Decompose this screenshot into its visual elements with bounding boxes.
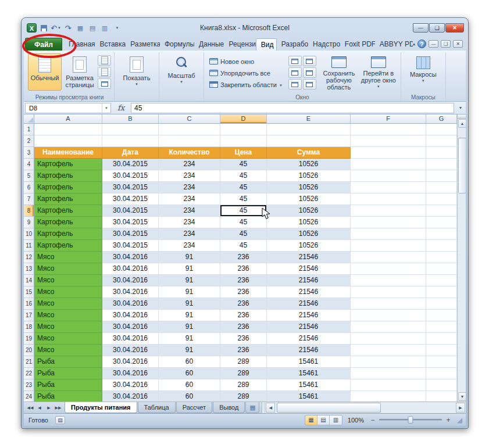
ribbon-tab-view[interactable]: Вид xyxy=(256,38,277,51)
column-header-C[interactable]: C xyxy=(159,114,220,124)
column-header-G[interactable]: G xyxy=(426,114,457,124)
cell-E8[interactable]: 10526 xyxy=(267,205,351,217)
cell-F3[interactable] xyxy=(351,147,426,159)
cell-A5[interactable]: Картофель xyxy=(34,170,102,182)
cell-A1[interactable] xyxy=(34,124,102,135)
cell-A2[interactable] xyxy=(34,135,102,147)
cell-B15[interactable]: 30.04.2016 xyxy=(102,286,159,298)
close-button[interactable]: ✕ xyxy=(445,23,464,33)
cell-A10[interactable]: Картофель xyxy=(34,228,102,240)
next-sheet-button[interactable]: ▶ xyxy=(45,404,53,412)
cell-C2[interactable] xyxy=(159,135,220,147)
cell-F13[interactable] xyxy=(351,263,426,275)
cell-A16[interactable]: Мясо xyxy=(34,298,102,310)
previous-sheet-button[interactable]: ◀ xyxy=(35,404,44,412)
cell-D19[interactable]: 236 xyxy=(220,333,267,345)
cell-E22[interactable]: 15461 xyxy=(267,368,351,379)
row-header-17[interactable]: 17 xyxy=(24,310,34,321)
cell-C24[interactable]: 60 xyxy=(159,391,220,402)
row-header-12[interactable]: 12 xyxy=(24,252,34,263)
row-header-21[interactable]: 21 xyxy=(24,356,34,368)
cell-A6[interactable]: Картофель xyxy=(34,182,102,193)
cell-B14[interactable]: 30.04.2016 xyxy=(102,275,159,286)
switch-windows-button[interactable]: Перейти в другое окно ▼ xyxy=(359,53,398,91)
cell-E5[interactable]: 10526 xyxy=(267,170,351,182)
cell-D12[interactable]: 236 xyxy=(220,252,267,263)
cell-E10[interactable]: 10526 xyxy=(267,228,351,240)
cell-E16[interactable]: 21546 xyxy=(267,298,351,310)
zoom-slider-track[interactable] xyxy=(379,419,442,421)
ribbon-tab-review[interactable]: Рецензи xyxy=(224,38,256,51)
column-header-D[interactable]: D xyxy=(220,114,267,124)
horizontal-scroll-thumb[interactable] xyxy=(277,403,381,413)
sheet-tab-tablitsa[interactable]: Таблица xyxy=(138,402,176,413)
sheet-tab-vyvod[interactable]: Вывод xyxy=(213,402,245,413)
cell-F1[interactable] xyxy=(351,124,426,135)
record-macro-button[interactable]: ▤ xyxy=(55,416,65,424)
cell-G1[interactable] xyxy=(426,124,457,135)
ribbon-tab-developer[interactable]: Разрабо xyxy=(277,38,308,51)
cell-D15[interactable]: 236 xyxy=(220,286,267,298)
cell-D20[interactable]: 236 xyxy=(220,345,267,356)
cell-G10[interactable] xyxy=(426,228,457,240)
row-header-11[interactable]: 11 xyxy=(24,240,34,252)
cell-G13[interactable] xyxy=(426,263,457,275)
cell-D5[interactable]: 45 xyxy=(220,170,267,182)
cell-B2[interactable] xyxy=(102,135,159,147)
cell-G24[interactable] xyxy=(426,391,457,402)
customize-quick-access-button[interactable]: ▼ xyxy=(112,23,122,33)
cell-C3[interactable]: Количество xyxy=(159,147,220,159)
cell-E4[interactable]: 10526 xyxy=(267,159,351,170)
cell-A18[interactable]: Мясо xyxy=(34,321,102,333)
cell-F16[interactable] xyxy=(351,298,426,310)
horizontal-scroll-track[interactable] xyxy=(276,403,455,413)
cell-E24[interactable]: 15461 xyxy=(267,391,351,402)
cell-G3[interactable] xyxy=(426,147,457,159)
cell-A9[interactable]: Картофель xyxy=(34,217,102,228)
ribbon-tab-foxit-pdf[interactable]: Foxit PDF xyxy=(340,38,375,51)
scroll-right-icon[interactable]: ▶ xyxy=(456,403,465,413)
collapse-ribbon-icon[interactable]: ▴ xyxy=(413,41,415,46)
cell-E20[interactable]: 21546 xyxy=(267,345,351,356)
split-button[interactable] xyxy=(288,56,302,66)
cell-D21[interactable]: 289 xyxy=(220,356,267,368)
cell-C21[interactable]: 60 xyxy=(159,356,220,368)
cell-D17[interactable]: 236 xyxy=(220,310,267,321)
cell-C6[interactable]: 234 xyxy=(159,182,220,193)
row-header-18[interactable]: 18 xyxy=(24,321,34,333)
cell-A4[interactable]: Картофель xyxy=(34,159,102,170)
select-all-corner[interactable] xyxy=(24,114,34,124)
cell-B24[interactable]: 30.04.2016 xyxy=(102,391,159,402)
qat-window-button[interactable]: ▤ xyxy=(87,23,98,33)
zoom-level[interactable]: 100% xyxy=(345,417,366,424)
restore-workbook-button[interactable]: ❑ xyxy=(441,40,451,48)
qat-grid-button[interactable]: ▦ xyxy=(75,23,85,33)
cell-G4[interactable] xyxy=(426,159,457,170)
row-header-20[interactable]: 20 xyxy=(24,345,34,356)
sheet-tab-products[interactable]: Продукты питания xyxy=(65,402,137,413)
cell-C5[interactable]: 234 xyxy=(159,170,220,182)
cell-D3[interactable]: Цена xyxy=(220,147,267,159)
cell-E11[interactable]: 10526 xyxy=(267,240,351,252)
restore-button[interactable]: ❑ xyxy=(429,23,445,33)
scroll-left-icon[interactable]: ◀ xyxy=(266,403,275,413)
cell-C16[interactable]: 91 xyxy=(159,298,220,310)
zoom-in-button[interactable]: + xyxy=(445,417,452,424)
row-header-8[interactable]: 8 xyxy=(24,205,34,217)
cell-D14[interactable]: 236 xyxy=(220,275,267,286)
fill-handle[interactable] xyxy=(264,214,267,217)
ribbon-tab-home[interactable]: Главная xyxy=(64,38,95,51)
minimize-button[interactable]: — xyxy=(413,23,429,33)
row-header-16[interactable]: 16 xyxy=(24,298,34,310)
zoom-slider-thumb[interactable] xyxy=(408,416,413,424)
cell-F8[interactable] xyxy=(351,205,426,217)
cell-D23[interactable]: 289 xyxy=(220,379,267,391)
cell-C4[interactable]: 234 xyxy=(159,159,220,170)
save-button[interactable] xyxy=(38,23,49,33)
cell-B13[interactable]: 30.04.2016 xyxy=(102,263,159,275)
cell-A22[interactable]: Рыба xyxy=(34,368,102,379)
row-header-23[interactable]: 23 xyxy=(24,379,34,391)
cell-G18[interactable] xyxy=(426,321,457,333)
cell-C7[interactable]: 234 xyxy=(159,193,220,205)
first-sheet-button[interactable]: ◀◀ xyxy=(26,404,34,412)
